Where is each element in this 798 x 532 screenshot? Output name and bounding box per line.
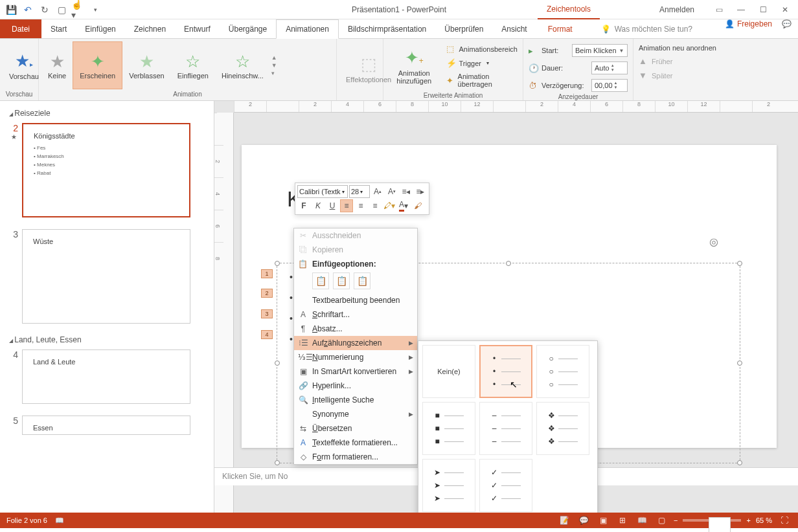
mini-size-combo[interactable]: 28▾ [349,185,370,198]
ctx-numbering[interactable]: ⅓☰Nummerierung▶ [294,350,417,364]
ctx-smartart[interactable]: ▣In SmartArt konvertieren▶ [294,364,417,379]
ctx-smart-lookup[interactable]: 🔍Intelligente Suche [294,393,417,407]
slide-counter[interactable]: Folie 2 von 6 [6,516,47,524]
animation-tag-2[interactable]: 2 [261,289,273,298]
ctx-format-shape[interactable]: ◇Form formatieren... [294,450,417,464]
ctx-font[interactable]: ASchriftart... [294,307,417,322]
bullet-arrow[interactable]: ➤➤➤ [422,459,475,512]
zoom-value[interactable]: 65 % [756,516,772,524]
slide-4-thumbnail[interactable]: Land & Leute [22,349,190,404]
bullet-dash[interactable]: ––– [479,402,532,455]
notes-toggle[interactable]: 📝 [557,515,571,526]
comments-button[interactable]: 💬 [782,19,792,28]
bullet-none[interactable]: Kein(e) [422,345,475,398]
mini-font-color[interactable]: A▾ [397,199,410,212]
tab-view[interactable]: Ansicht [492,19,536,38]
ctx-bullets[interactable]: ⁝☰Aufzählungszeichen▶ [294,336,417,350]
animation-tag-4[interactable]: 4 [261,330,273,339]
mini-align-center[interactable]: ≡ [354,199,367,212]
ctx-text-effects[interactable]: ATexteffekte formatieren... [294,436,417,450]
tab-transitions[interactable]: Übergänge [220,19,276,38]
sorter-view[interactable]: ⊞ [615,515,630,526]
maximize-button[interactable]: ☐ [754,3,772,17]
qat-customize[interactable]: ▾ [88,3,102,17]
tab-format[interactable]: Format [539,19,582,38]
normal-view[interactable]: ▣ [596,515,610,526]
mini-shrink-font[interactable]: A▾ [385,185,398,198]
animation-floatin[interactable]: ☆Hineinschw... [215,41,270,89]
reading-view[interactable]: 📖 [635,515,649,526]
minimize-button[interactable]: — [732,3,750,17]
animation-pane-button[interactable]: ⬚Animationsbereich [444,43,521,55]
animation-tag-1[interactable]: 1 [261,269,273,278]
login-button[interactable]: Anmelden [659,5,694,14]
tab-review[interactable]: Überprüfen [435,19,492,38]
tab-design[interactable]: Entwurf [175,19,220,38]
slide-5-thumbnail[interactable]: Essen [22,416,190,435]
paste-keep-source[interactable]: 📋 [333,272,350,289]
mini-align-left[interactable]: ≡ [340,199,353,212]
mini-format-painter[interactable]: 🖌 [411,199,424,212]
zoom-in[interactable]: + [746,516,750,524]
spellcheck-icon[interactable]: 📖 [55,516,64,525]
gallery-down[interactable]: ▼ [271,62,277,69]
mini-grow-font[interactable]: A▴ [371,185,384,198]
ctx-exit-text-edit[interactable]: Textbearbeitung beenden [294,293,417,307]
qat-from-start[interactable]: ▢ [54,3,69,17]
bullet-diamond[interactable]: ❖❖❖ [536,402,589,455]
animation-none[interactable]: ★Keine [41,41,73,89]
ctx-synonyms[interactable]: Synonyme▶ [294,407,417,421]
slideshow-view[interactable]: ▢ [654,515,668,526]
delay-spinner[interactable]: 00,00▲▼ [591,79,628,92]
qat-undo[interactable]: ↶ [21,3,35,17]
move-earlier-button[interactable]: ▲Früher [636,55,725,67]
section-land-leute-essen[interactable]: Land, Leute, Essen [3,333,214,347]
share-button[interactable]: 👤Freigeben [725,19,772,28]
ctx-hyperlink[interactable]: 🔗Hyperlink... [294,379,417,393]
zoom-slider[interactable] [683,519,741,522]
close-button[interactable]: ✕ [776,3,794,17]
tab-insert[interactable]: Einfügen [76,19,124,38]
contextual-tab-zeichentools[interactable]: Zeichentools [538,0,600,19]
mini-highlight[interactable]: 🖍▾ [383,199,396,212]
mini-increase-indent[interactable]: ≡▸ [414,185,427,198]
bullet-disc[interactable]: ••• [479,345,532,398]
qat-touch[interactable]: ☝▾ [71,3,86,17]
slide-3-thumbnail[interactable]: Wüste [22,229,190,324]
zoom-out[interactable]: − [674,516,678,524]
mini-bold[interactable]: F [297,199,310,212]
animation-flyin[interactable]: ☆Einfliegen [171,41,215,89]
fit-to-window[interactable]: ⛶ [777,515,792,526]
tab-start[interactable]: Start [41,19,76,38]
animation-fade[interactable]: ★Verblassen [122,41,170,89]
section-reiseziele[interactable]: Reiseziele [3,106,214,120]
move-later-button[interactable]: ▼Später [636,69,725,82]
slide-2-thumbnail[interactable]: Königsstädte • Fes • Marrakesch • Meknes… [22,123,190,217]
tab-draw[interactable]: Zeichnen [125,19,175,38]
trigger-button[interactable]: ⚡Trigger▾ [444,57,521,69]
tab-animations[interactable]: Animationen [276,19,339,39]
ctx-copy[interactable]: ⿻Kopieren [294,243,417,257]
duration-spinner[interactable]: Auto▲▼ [591,61,628,74]
gallery-up[interactable]: ▲ [271,54,277,61]
tell-me[interactable]: 💡Was möchten Sie tun? [595,19,699,38]
ctx-translate[interactable]: ⇆Übersetzen [294,421,417,436]
ctx-paragraph[interactable]: ¶Absatz... [294,322,417,336]
mini-align-right[interactable]: ≡ [369,199,382,212]
animation-painter-button[interactable]: ✦Animation übertragen [444,71,521,89]
bullet-circle[interactable]: ○○○ [536,345,589,398]
gallery-more[interactable]: ▾ [271,70,277,76]
ribbon-display-options[interactable]: ▭ [710,3,728,17]
paste-text-only[interactable]: 📋 [354,272,370,289]
slide-outline-pane[interactable]: Reiseziele 2 ★ Königsstädte • Fes • Marr… [0,101,214,513]
tab-file[interactable]: Datei [0,19,41,38]
bullet-square[interactable]: ■■■ [422,402,475,455]
comments-toggle[interactable]: 💬 [576,515,591,526]
mini-decrease-indent[interactable]: ≡◂ [400,185,413,198]
start-dropdown[interactable]: Beim Klicken▼ [572,44,628,57]
qat-redo[interactable]: ↻ [38,3,52,17]
qat-save[interactable]: 💾 [4,3,18,17]
bullet-check[interactable]: ✓✓✓ [479,459,532,512]
animation-tag-3[interactable]: 3 [261,309,273,318]
mini-italic[interactable]: K [312,199,325,212]
